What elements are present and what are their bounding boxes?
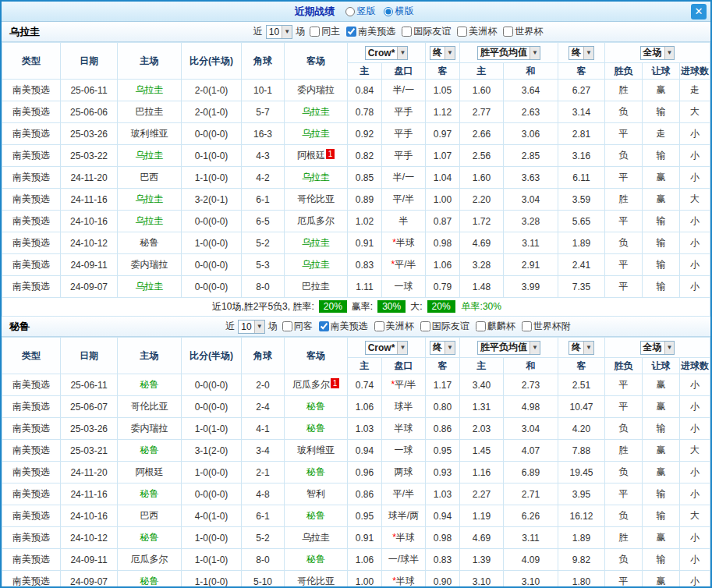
filter-checkbox-input[interactable] [476, 321, 486, 331]
full-match-select[interactable]: 全场▼ [640, 341, 675, 355]
team-name-text: 秘鲁 [140, 237, 159, 248]
filter-checkbox-input[interactable] [310, 27, 320, 37]
filter-checkbox[interactable]: 国际友谊 [420, 320, 469, 333]
final-average-select[interactable]: 终▼ [569, 46, 594, 60]
filter-checkbox-input[interactable] [457, 27, 467, 37]
match-row: 南美预选25-03-26玻利维亚0-0(0-0)16-3乌拉圭0.92平手0.9… [2, 123, 710, 145]
view-option-vertical[interactable]: 竖版 [345, 5, 376, 18]
goals-result-cell: 小 [680, 276, 710, 298]
near-count-select[interactable]: 10▼ [238, 320, 264, 334]
final-average-select[interactable]: 终▼ [569, 341, 594, 355]
away-team-cell: 乌拉圭 [285, 101, 348, 123]
team-name-text: 乌拉圭 [302, 237, 330, 248]
vertical-radio[interactable] [345, 7, 355, 16]
odds-company-select[interactable]: Crow*▼ [365, 341, 409, 355]
avg-draw-cell: 3.06 [504, 123, 558, 145]
away-team-cell: 委内瑞拉 [285, 80, 348, 101]
corner-cell: 4-8 [242, 484, 285, 505]
league-type-cell: 南美预选 [2, 167, 61, 189]
filter-checkbox-input[interactable] [374, 321, 384, 331]
date-cell: 24-09-11 [61, 549, 118, 571]
final-odds-select[interactable]: 终▼ [430, 46, 455, 60]
date-cell: 24-09-07 [61, 276, 118, 298]
window-title: 近期战绩 [295, 5, 335, 19]
wdl-average-select[interactable]: 胜平负均值▼ [477, 46, 540, 60]
team-name-text: 委内瑞拉 [131, 259, 168, 270]
chevron-down-icon: ▼ [445, 342, 455, 354]
filter-checkbox-input[interactable] [402, 27, 412, 37]
close-button[interactable]: ✕ [691, 4, 707, 19]
sub-header-avg-draw: 和 [504, 358, 558, 374]
team-name-text: 乌拉圭 [302, 532, 330, 543]
avg-draw-cell: 3.11 [504, 232, 558, 254]
home-odds-cell: 0.85 [348, 167, 382, 189]
odds-company-select[interactable]: Crow*▼ [365, 46, 409, 60]
home-team-cell: 委内瑞拉 [118, 418, 182, 440]
filter-checkbox[interactable]: 美洲杯 [457, 25, 497, 38]
filter-checkbox-input[interactable] [346, 27, 356, 37]
away-team-cell: 巴拉圭 [285, 276, 348, 298]
avg-home-cell: 2.20 [460, 189, 504, 211]
team-name-text: 智利 [306, 488, 325, 499]
full-match-header: 全场▼ [605, 338, 710, 358]
avg-home-cell: 2.66 [460, 123, 504, 145]
full-match-select[interactable]: 全场▼ [640, 46, 675, 60]
score-cell: 0-0(0-0) [182, 374, 242, 396]
filter-checkbox[interactable]: 南美预选 [346, 25, 395, 38]
home-odds-cell: 1.06 [348, 396, 382, 418]
home-odds-cell: 0.95 [348, 505, 382, 527]
filter-checkbox[interactable]: 世界杯 [503, 25, 543, 38]
filter-checkbox[interactable]: 同客 [282, 320, 313, 333]
away-team-cell: 阿根廷1 [285, 145, 348, 167]
filter-checkbox[interactable]: 同主 [310, 25, 340, 38]
team-section-title: 秘鲁 [2, 320, 87, 334]
team-name-text: 乌拉圭 [302, 106, 330, 117]
league-type-cell: 南美预选 [2, 462, 61, 484]
away-team-cell: 秘鲁 [285, 462, 348, 484]
rate-badge: 30% [377, 300, 406, 313]
filter-checkbox[interactable]: 世界杯附 [522, 320, 571, 333]
filter-checkbox-label: 南美预选 [331, 320, 368, 333]
avg-home-cell: 1.31 [460, 396, 504, 418]
corner-cell: 2-0 [242, 374, 285, 396]
home-team-cell: 乌拉圭 [118, 211, 182, 232]
handicap-star: * [392, 532, 396, 543]
home-team-cell: 哥伦比亚 [118, 396, 182, 418]
goals-result-cell: 走 [680, 80, 710, 101]
avg-home-cell: 4.69 [460, 527, 504, 549]
team-section-peru: 秘鲁 近10▼场同客南美预选美洲杯国际友谊麒麟杯世界杯附 类型 日期 主场 比分… [2, 317, 710, 588]
date-cell: 24-10-16 [61, 211, 118, 232]
avg-home-cell: 1.19 [460, 505, 504, 527]
result-cell: 负 [605, 505, 643, 527]
filter-checkbox[interactable]: 南美预选 [319, 320, 368, 333]
date-cell: 24-11-20 [61, 462, 118, 484]
horizontal-radio[interactable] [384, 7, 393, 16]
filter-checkbox[interactable]: 美洲杯 [374, 320, 414, 333]
filter-checkbox-input[interactable] [522, 321, 532, 331]
recent-results-window: 近期战绩 竖版 横版 ✕ 乌拉圭 近10▼场同主南美预选国际友谊美洲杯世界杯 [0, 0, 712, 588]
date-cell: 24-11-16 [61, 189, 118, 211]
result-cell: 负 [605, 232, 643, 254]
team-name-text: 秘鲁 [306, 554, 325, 565]
avg-away-cell: 7.35 [558, 276, 605, 298]
final-odds-select[interactable]: 终▼ [430, 341, 455, 355]
filter-checkbox-input[interactable] [503, 27, 513, 37]
handicap-result-cell: 赢 [643, 80, 680, 101]
view-option-horizontal[interactable]: 横版 [384, 5, 414, 18]
handicap-cell: 平手 [382, 101, 426, 123]
match-row: 南美预选24-11-16乌拉圭3-2(0-1)6-1哥伦比亚0.89平/半1.0… [2, 189, 710, 211]
away-odds-cell: 0.97 [426, 123, 460, 145]
date-cell: 24-10-12 [61, 527, 118, 549]
filter-checkbox-input[interactable] [420, 321, 430, 331]
home-odds-cell: 0.84 [348, 80, 382, 101]
away-team-cell: 玻利维亚 [285, 440, 348, 462]
filter-checkbox[interactable]: 国际友谊 [402, 25, 451, 38]
near-count-select[interactable]: 10▼ [266, 25, 292, 39]
filter-checkbox-input[interactable] [319, 321, 329, 331]
score-cell: 3-1(2-0) [182, 440, 242, 462]
team-name-text: 阿根廷 [136, 466, 164, 477]
result-cell: 平 [605, 571, 643, 588]
filter-checkbox[interactable]: 麒麟杯 [476, 320, 515, 333]
filter-checkbox-input[interactable] [282, 321, 292, 331]
wdl-average-select[interactable]: 胜平负均值▼ [477, 341, 540, 355]
